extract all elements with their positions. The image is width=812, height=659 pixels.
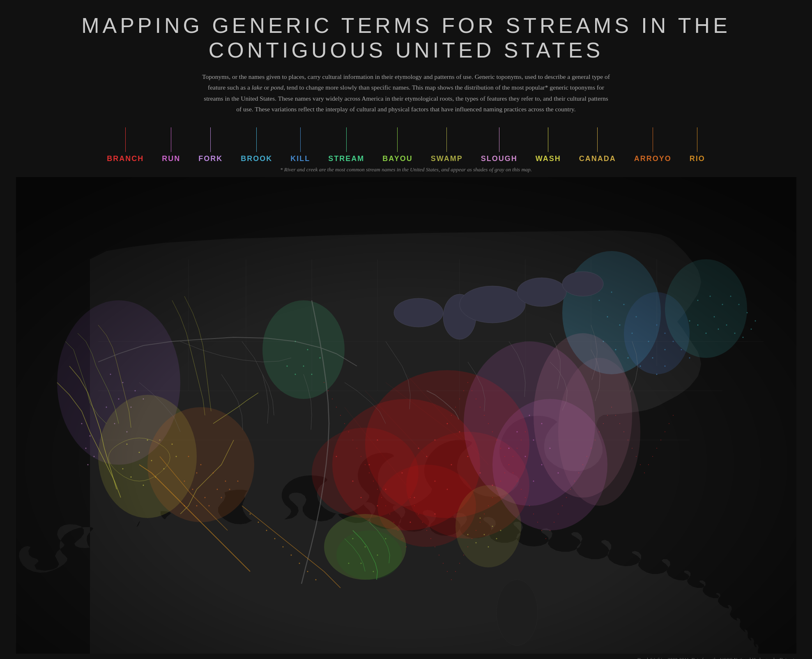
legend-label-branch: BRANCH xyxy=(107,154,144,163)
legend-item-fork: FORK xyxy=(189,127,232,163)
legend-item-rio: RIO xyxy=(681,127,714,163)
legend-item-kill: KILL xyxy=(281,127,319,163)
legend-items: BRANCHRUNFORKBROOKKILLSTREAMBAYOUSWAMPSL… xyxy=(0,127,812,163)
legend-item-stream: STREAM xyxy=(319,127,373,163)
legend-line-bayou xyxy=(397,127,398,152)
header: MAPPING GENERIC TERMS FOR STREAMS IN THE… xyxy=(0,0,812,126)
map-svg xyxy=(16,177,796,654)
legend-line-kill xyxy=(300,127,301,152)
legend-line-arroyo xyxy=(653,127,653,152)
legend-label-swamp: SWAMP xyxy=(431,154,463,163)
attribution: Derek Watkins 2009-2011. Data from the U… xyxy=(0,654,812,659)
legend-label-run: RUN xyxy=(162,154,180,163)
svg-point-285 xyxy=(460,286,525,323)
footnote: * River and creek are the most common st… xyxy=(280,166,532,173)
legend-label-stream: STREAM xyxy=(328,154,364,163)
legend-line-slough xyxy=(499,127,499,152)
legend-item-arroyo: ARROYO xyxy=(625,127,681,163)
page-wrapper: MAPPING GENERIC TERMS FOR STREAMS IN THE… xyxy=(0,0,812,659)
legend-item-brook: BROOK xyxy=(232,127,281,163)
legend-label-arroyo: ARROYO xyxy=(634,154,672,163)
map-area xyxy=(16,177,796,654)
legend-label-brook: BROOK xyxy=(241,154,272,163)
legend-label-bayou: BAYOU xyxy=(382,154,412,163)
svg-point-287 xyxy=(562,272,603,296)
legend-item-slough: SLOUGH xyxy=(472,127,527,163)
legend-item-wash: WASH xyxy=(527,127,570,163)
svg-point-288 xyxy=(497,580,538,645)
legend-label-canada: CANADA xyxy=(579,154,616,163)
legend-label-rio: RIO xyxy=(690,154,705,163)
legend-section: BRANCHRUNFORKBROOKKILLSTREAMBAYOUSWAMPSL… xyxy=(0,126,812,163)
legend-line-stream xyxy=(346,127,347,152)
legend-line-run xyxy=(171,127,171,152)
legend-line-brook xyxy=(256,127,257,152)
legend-item-bayou: BAYOU xyxy=(373,127,421,163)
legend-label-fork: FORK xyxy=(198,154,223,163)
legend-line-canada xyxy=(597,127,598,152)
map-container xyxy=(16,177,796,654)
legend-line-swamp xyxy=(446,127,447,152)
subtitle-text: Toponyms, or the names given to places, … xyxy=(201,71,612,115)
legend-label-kill: KILL xyxy=(290,154,310,163)
legend-label-slough: SLOUGH xyxy=(481,154,518,163)
legend-line-fork xyxy=(210,127,211,152)
svg-rect-271 xyxy=(16,177,796,654)
legend-label-wash: WASH xyxy=(536,154,561,163)
legend-item-branch: BRANCH xyxy=(98,127,153,163)
legend-item-canada: CANADA xyxy=(570,127,625,163)
page-title: MAPPING GENERIC TERMS FOR STREAMS IN THE… xyxy=(16,13,796,62)
legend-item-swamp: SWAMP xyxy=(422,127,472,163)
legend-line-branch xyxy=(125,127,126,152)
svg-point-283 xyxy=(394,298,443,327)
legend-item-run: RUN xyxy=(153,127,189,163)
legend-line-wash xyxy=(548,127,548,152)
svg-point-286 xyxy=(517,278,566,306)
legend-line-rio xyxy=(697,127,697,152)
